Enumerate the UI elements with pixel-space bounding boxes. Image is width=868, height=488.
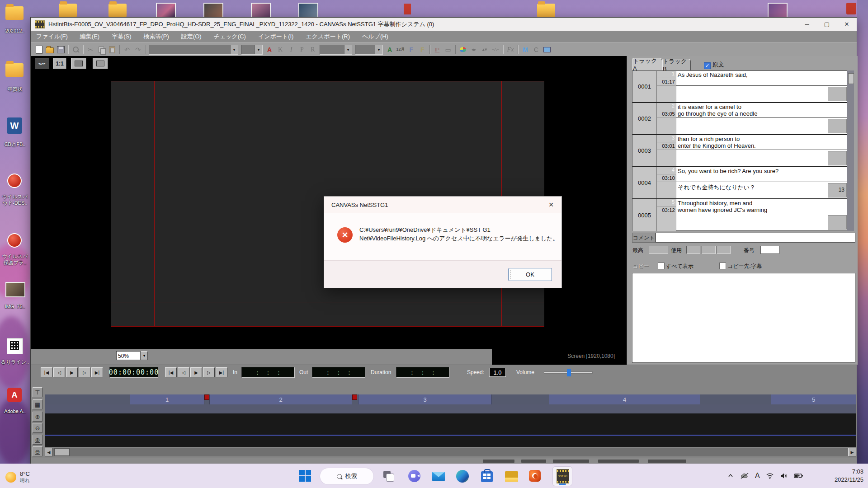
- play-button[interactable]: ▶: [66, 367, 78, 377]
- menu-settings[interactable]: 設定(O): [181, 33, 202, 41]
- menu-import[interactable]: インポート(I): [258, 33, 294, 41]
- ruby-k-button[interactable]: K: [275, 45, 286, 55]
- speed-value-box[interactable]: 1.0: [489, 368, 506, 377]
- erase-format-yellow-button[interactable]: F: [417, 45, 428, 55]
- subtitle-translation[interactable]: [676, 214, 847, 230]
- use-field-1[interactable]: [686, 246, 700, 254]
- font-name-combo[interactable]: ▾: [149, 45, 238, 55]
- zoom-in-h-button[interactable]: ⊕: [33, 412, 42, 422]
- sub-play-button[interactable]: ▶: [190, 367, 202, 377]
- file-explorer-button[interactable]: [505, 471, 518, 482]
- full-screen-button[interactable]: [93, 58, 108, 69]
- move-vertical-button[interactable]: ▴▾: [479, 45, 490, 55]
- erase-format-blue-button[interactable]: F: [406, 45, 417, 55]
- desktop-item-label[interactable]: ウイルスバ: [0, 253, 30, 260]
- menu-help[interactable]: ヘルプ(H): [362, 33, 388, 41]
- comment-input[interactable]: [656, 233, 855, 243]
- char-color-button[interactable]: A: [384, 45, 395, 55]
- zoom-in-v-button[interactable]: ⊕: [33, 435, 42, 445]
- new-file-button[interactable]: [33, 45, 44, 55]
- desktop-photo-icon[interactable]: [156, 3, 176, 17]
- edge-button[interactable]: [456, 470, 469, 483]
- subtitle-list-scrollbar[interactable]: [847, 70, 854, 231]
- task-view-button[interactable]: [382, 470, 394, 482]
- jump-start-button[interactable]: |◀: [41, 367, 52, 377]
- subtitle-row[interactable]: 0002 2 03:05 it is easier for a camel to…: [632, 103, 847, 135]
- weather-widget[interactable]: 8°C 晴れ: [5, 470, 30, 484]
- word-document-icon[interactable]: W: [7, 117, 22, 134]
- sub-jump-start-button[interactable]: |◀: [165, 367, 177, 377]
- scroll-left-arrow[interactable]: ◀: [45, 448, 53, 456]
- timeline-red-marker[interactable]: [352, 394, 357, 400]
- save-button[interactable]: [55, 45, 66, 55]
- subtitle-source-text[interactable]: So, you want to be rich? Are you sure?: [676, 167, 847, 182]
- desktop-shortcut-icon[interactable]: [846, 3, 856, 14]
- subtitle-text-cell[interactable]: than for a rich person toenter the Kingd…: [676, 135, 847, 166]
- office-button[interactable]: [529, 470, 541, 482]
- desktop-photo-icon[interactable]: [768, 3, 788, 17]
- search-box[interactable]: 検索: [320, 468, 374, 485]
- timeline-tracks[interactable]: [45, 413, 856, 447]
- menu-search[interactable]: 検索等(P): [144, 33, 169, 41]
- desktop-item-label[interactable]: るりライン..: [0, 359, 30, 366]
- subtitle-text-cell[interactable]: Throughout history, men andwomen have ig…: [676, 199, 847, 231]
- adobe-icon[interactable]: A: [7, 388, 22, 402]
- copy-dest-checkbox[interactable]: [719, 263, 726, 269]
- desktop-folder-icon[interactable]: [5, 63, 24, 77]
- font-color-button[interactable]: A: [264, 45, 275, 55]
- desktop-item-label[interactable]: 保護プラ..: [0, 259, 30, 266]
- subtitle-source-text[interactable]: As Jesus of Nazareth said,: [676, 71, 847, 86]
- source-text-checkbox[interactable]: ✓ 原文: [704, 61, 724, 69]
- step-back-button[interactable]: ◁: [53, 367, 65, 377]
- volume-icon[interactable]: [780, 472, 788, 479]
- monitor-button[interactable]: [542, 45, 552, 55]
- menu-export[interactable]: エクスポート(R): [306, 33, 350, 41]
- dialog-close-button[interactable]: ✕: [541, 197, 561, 213]
- c-button[interactable]: C: [531, 45, 542, 55]
- tab-track-a[interactable]: トラック A: [632, 58, 662, 70]
- desktop-item-label[interactable]: ウド-DES..: [0, 200, 30, 206]
- qr-code-icon[interactable]: [7, 338, 23, 354]
- redo-button[interactable]: ↷: [132, 45, 143, 55]
- desktop-item-label[interactable]: Adobe A..: [0, 408, 30, 414]
- desktop-photo-icon[interactable]: [298, 3, 318, 17]
- chat-button[interactable]: [408, 470, 420, 482]
- desktop-photo-icon[interactable]: [251, 3, 271, 17]
- frame-button[interactable]: ▭: [443, 45, 453, 55]
- cut-button[interactable]: ✂: [85, 45, 96, 55]
- wifi-icon[interactable]: [766, 472, 774, 479]
- scrollbar-thumb[interactable]: [54, 448, 70, 456]
- antivirus-icon[interactable]: [7, 233, 22, 248]
- sub-step-forward-button[interactable]: ▷: [203, 367, 215, 377]
- subtitle-translation[interactable]: それでも金持ちになりたい？ 13: [676, 182, 847, 198]
- minimize-button[interactable]: ─: [797, 18, 817, 31]
- subtitle-source-text[interactable]: it is easier for a camel togo through th…: [676, 103, 847, 118]
- pan-tool-button[interactable]: ◂▴▾▸: [35, 58, 49, 69]
- r-button[interactable]: R: [307, 45, 318, 55]
- chevron-down-icon[interactable]: ▾: [375, 45, 382, 54]
- fit-screen-button[interactable]: [71, 58, 86, 69]
- use-field-2[interactable]: [702, 246, 716, 254]
- palette-button[interactable]: [458, 45, 468, 55]
- style-combo[interactable]: ▾: [320, 45, 352, 55]
- subtitle-translation[interactable]: [676, 118, 847, 134]
- desktop-folder-icon[interactable]: [108, 4, 127, 17]
- step-forward-button[interactable]: ▷: [79, 367, 90, 377]
- move-horizontal-button[interactable]: ◂▸: [468, 45, 479, 55]
- chevron-down-icon[interactable]: ▾: [344, 45, 352, 54]
- ime-mode-indicator[interactable]: A: [755, 472, 760, 480]
- sub-jump-end-button[interactable]: ▶|: [216, 367, 227, 377]
- number-field[interactable]: [760, 246, 779, 254]
- copy-button[interactable]: [96, 45, 107, 55]
- desktop-item-label[interactable]: 年賀状: [0, 86, 30, 93]
- m-button[interactable]: M: [520, 45, 531, 55]
- timeline-ruler[interactable]: 1 2 3 4 5: [45, 394, 856, 404]
- subtitle-row[interactable]: 0005 5 03:12 Throughout history, men and…: [632, 199, 847, 231]
- menu-check[interactable]: チェック(C): [214, 33, 246, 41]
- store-button[interactable]: [481, 471, 493, 482]
- tab-track-b[interactable]: トラック B: [662, 59, 691, 70]
- char-spacing-button[interactable]: +A+: [490, 45, 501, 55]
- antivirus-icon[interactable]: [7, 174, 22, 188]
- subtitle-row[interactable]: 0003 3 03:01 than for a rich person toen…: [632, 135, 847, 167]
- chevron-down-icon[interactable]: ▾: [255, 45, 262, 54]
